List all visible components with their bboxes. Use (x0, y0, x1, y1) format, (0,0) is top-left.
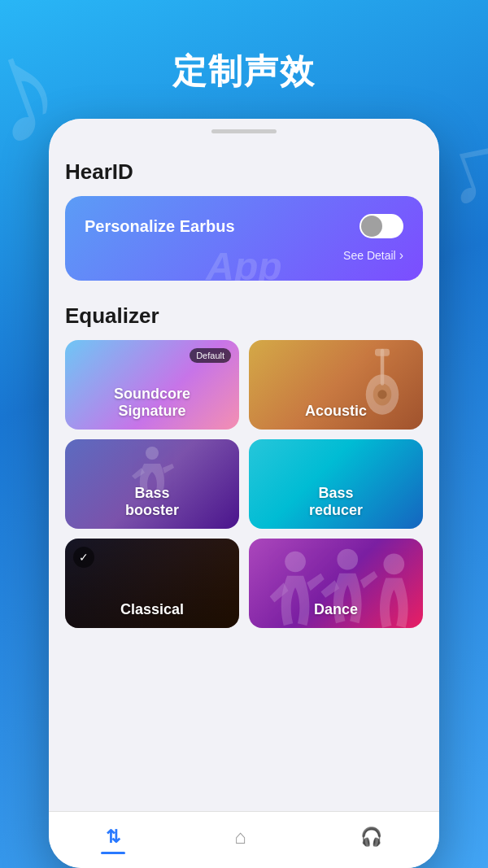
acoustic-label: Acoustic (295, 393, 377, 430)
see-detail-arrow-icon: › (399, 248, 403, 263)
selected-check-icon: ✓ (73, 547, 94, 568)
eq-preset-dance[interactable]: Dance (249, 539, 423, 628)
see-detail-text: See Detail (343, 249, 396, 262)
dance-label: Dance (304, 591, 368, 628)
nav-item-settings[interactable]: 🎧 (360, 827, 382, 848)
classical-label: Classical (111, 591, 194, 628)
eq-preset-soundcore-signature[interactable]: Default SoundcoreSignature (65, 340, 239, 430)
home-nav-icon: ⌂ (234, 826, 246, 848)
svg-point-7 (337, 549, 358, 570)
eq-preset-bass-reducer[interactable]: Bassreducer (249, 439, 423, 529)
bass-reducer-label: Bassreducer (299, 475, 373, 529)
phone-content: HearID App Personalize Earbus See Detail… (49, 143, 439, 811)
svg-point-4 (377, 390, 386, 399)
page-title: 定制声效 (172, 49, 316, 94)
eq-preset-bass-booster[interactable]: Bassbooster (65, 439, 239, 529)
headphone-nav-icon: 🎧 (360, 827, 382, 848)
nav-active-indicator (101, 852, 125, 854)
hearid-title: HearID (65, 159, 423, 185)
svg-point-8 (383, 554, 404, 575)
phone-frame: HearID App Personalize Earbus See Detail… (49, 119, 439, 868)
nav-item-home[interactable]: ⌂ (234, 826, 246, 848)
toggle-knob (361, 216, 382, 237)
eq-preset-acoustic[interactable]: Acoustic (249, 340, 423, 430)
phone-notch (49, 119, 439, 143)
eq-preset-classical[interactable]: ✓ Classical (65, 539, 239, 628)
personalize-row: Personalize Earbus (85, 214, 403, 238)
equalizer-nav-icon: ⇅ (106, 827, 120, 848)
personalize-label: Personalize Earbus (85, 217, 235, 236)
equalizer-section: Equalizer Default SoundcoreSignature (65, 303, 423, 628)
personalize-toggle[interactable] (359, 214, 403, 238)
soundcore-label: SoundcoreSignature (104, 376, 200, 430)
svg-point-6 (285, 552, 306, 573)
hearid-card: App Personalize Earbus See Detail › (65, 196, 423, 281)
nav-item-equalizer[interactable]: ⇅ (106, 827, 120, 848)
bass-booster-label: Bassbooster (115, 475, 189, 529)
equalizer-grid: Default SoundcoreSignature Acoustic (65, 340, 423, 628)
hearid-watermark: App (206, 244, 281, 281)
svg-point-5 (146, 447, 159, 460)
default-badge: Default (190, 348, 231, 363)
equalizer-title: Equalizer (65, 303, 423, 329)
svg-rect-3 (375, 349, 390, 356)
bottom-navigation: ⇅ ⌂ 🎧 (49, 811, 439, 868)
notch-bar (211, 129, 277, 133)
